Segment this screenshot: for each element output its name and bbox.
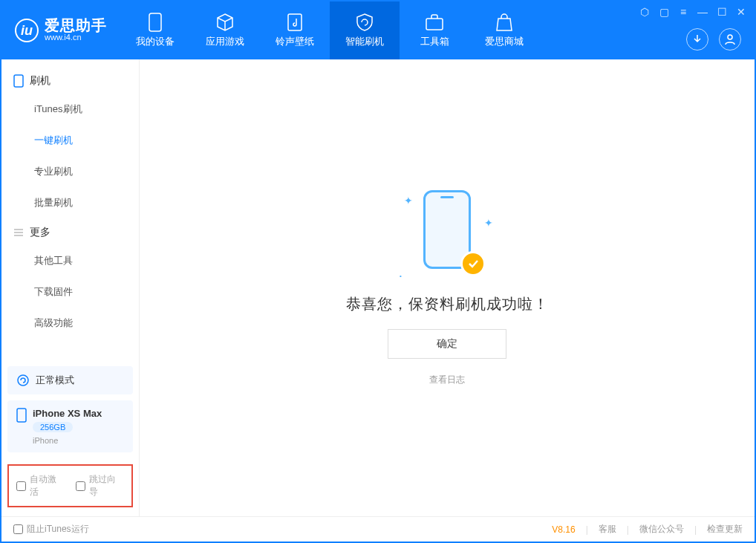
briefcase-icon <box>425 13 444 32</box>
version-label: V8.16 <box>552 524 575 535</box>
tab-toolbox[interactable]: 工具箱 <box>400 1 469 59</box>
device-icon <box>13 74 24 88</box>
tab-apps-games[interactable]: 应用游戏 <box>190 1 260 59</box>
svg-rect-1 <box>288 14 302 30</box>
sidebar-item-pro-flash[interactable]: 专业刷机 <box>1 156 139 187</box>
main-tabs: 我的设备 应用游戏 铃声壁纸 智能刷机 工具箱 爱思商城 <box>120 1 539 59</box>
auto-activate-checkbox[interactable]: 自动激活 <box>16 473 65 498</box>
sparkle-icon: ✦ <box>484 217 493 229</box>
user-button[interactable] <box>719 28 741 51</box>
sidebar-group-flash: 刷机 <box>1 67 139 94</box>
shirt-icon[interactable]: ⬡ <box>639 6 651 18</box>
maximize-button[interactable]: ☐ <box>716 6 728 18</box>
header-actions <box>686 28 741 51</box>
tab-store[interactable]: 爱思商城 <box>469 1 539 59</box>
phone-small-icon <box>16 408 27 423</box>
cube-icon <box>215 13 235 32</box>
main-content: ✦ ✦ • 恭喜您，保资料刷机成功啦！ 确定 查看日志 <box>140 59 755 516</box>
download-button[interactable] <box>686 28 708 51</box>
view-log-link[interactable]: 查看日志 <box>429 374 465 386</box>
success-message: 恭喜您，保资料刷机成功啦！ <box>346 294 549 314</box>
list-icon <box>13 227 24 238</box>
sidebar-group-more: 更多 <box>1 218 139 245</box>
logo-icon: iu <box>15 19 39 42</box>
window-controls: ⬡ ▢ ≡ — ☐ ✕ <box>639 6 747 18</box>
svg-rect-0 <box>149 13 161 31</box>
music-file-icon <box>285 13 304 32</box>
menu-icon[interactable]: ≡ <box>677 6 689 18</box>
sidebar-item-advanced[interactable]: 高级功能 <box>1 308 139 339</box>
check-update-link[interactable]: 检查更新 <box>707 523 743 536</box>
skip-guide-checkbox[interactable]: 跳过向导 <box>76 473 125 498</box>
svg-rect-6 <box>17 409 26 422</box>
app-name: 爱思助手 <box>45 18 107 33</box>
tab-smart-flash[interactable]: 智能刷机 <box>330 1 400 59</box>
svg-point-3 <box>728 35 732 39</box>
close-button[interactable]: ✕ <box>735 6 747 18</box>
options-row: 自动激活 跳过向导 <box>7 464 133 507</box>
svg-rect-4 <box>14 75 23 87</box>
app-logo: iu 爱思助手 www.i4.cn <box>15 18 107 42</box>
check-circle-icon <box>460 251 486 276</box>
block-itunes-checkbox[interactable]: 阻止iTunes运行 <box>13 523 89 536</box>
sidebar-item-itunes-flash[interactable]: iTunes刷机 <box>1 94 139 125</box>
svg-rect-2 <box>426 19 443 30</box>
phone-icon <box>146 13 165 32</box>
sidebar-item-batch-flash[interactable]: 批量刷机 <box>1 187 139 218</box>
wechat-link[interactable]: 微信公众号 <box>639 523 684 536</box>
footer-right: V8.16 | 客服 | 微信公众号 | 检查更新 <box>552 523 743 536</box>
sidebar-item-download-firmware[interactable]: 下载固件 <box>1 276 139 308</box>
success-illustration: ✦ ✦ • <box>403 190 492 279</box>
tab-my-device[interactable]: 我的设备 <box>120 1 190 59</box>
sidebar-item-other-tools[interactable]: 其他工具 <box>1 245 139 276</box>
ok-button[interactable]: 确定 <box>388 329 506 359</box>
device-info-box[interactable]: iPhone XS Max 256GB iPhone <box>7 400 133 452</box>
sparkle-icon: ✦ <box>404 195 413 207</box>
app-body: 刷机 iTunes刷机 一键刷机 专业刷机 批量刷机 更多 其他工具 下载固件 … <box>1 59 755 516</box>
svg-point-5 <box>18 375 28 386</box>
sidebar: 刷机 iTunes刷机 一键刷机 专业刷机 批量刷机 更多 其他工具 下载固件 … <box>1 59 140 516</box>
sparkle-icon: • <box>400 273 402 279</box>
minimize-button[interactable]: — <box>697 6 708 18</box>
sidebar-item-oneclick-flash[interactable]: 一键刷机 <box>1 125 139 156</box>
tab-ringtones-wallpapers[interactable]: 铃声壁纸 <box>260 1 330 59</box>
bag-icon <box>495 13 514 32</box>
app-url: www.i4.cn <box>45 33 107 42</box>
device-storage: 256GB <box>33 422 73 432</box>
status-bar: 阻止iTunes运行 V8.16 | 客服 | 微信公众号 | 检查更新 <box>1 516 755 542</box>
shield-refresh-icon <box>355 13 374 32</box>
lock-icon[interactable]: ▢ <box>658 6 670 18</box>
refresh-icon <box>16 374 30 387</box>
device-mode-box[interactable]: 正常模式 <box>7 366 133 394</box>
device-name: iPhone XS Max <box>33 408 102 419</box>
app-header: iu 爱思助手 www.i4.cn 我的设备 应用游戏 铃声壁纸 智能刷机 工具… <box>1 1 755 59</box>
device-type: iPhone <box>33 436 102 445</box>
support-link[interactable]: 客服 <box>599 523 616 536</box>
